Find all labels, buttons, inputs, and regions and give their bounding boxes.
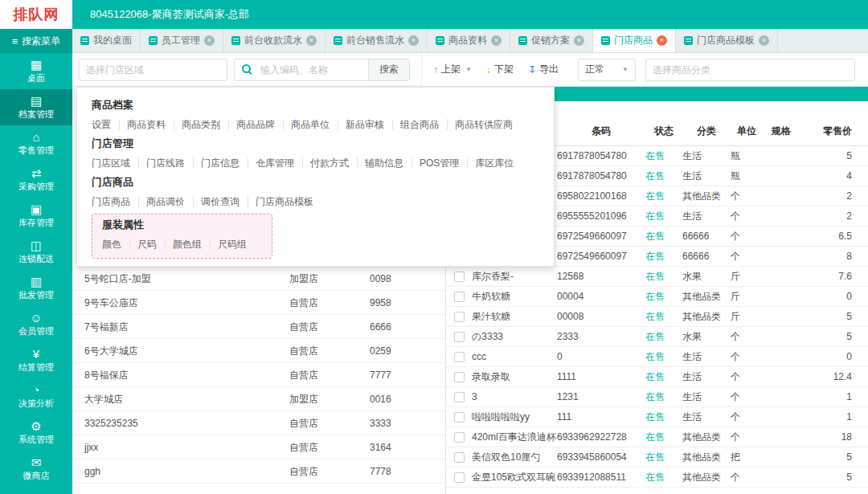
- sidebar-item[interactable]: ⌂ 零售管理: [0, 125, 72, 161]
- sidebar-item[interactable]: ☺ 会员管理: [0, 306, 72, 342]
- menu-link[interactable]: 门店线路: [146, 157, 194, 169]
- product-row[interactable]: 啦啦啦啦啦yy 111 在售 生活 个 1: [446, 407, 868, 427]
- menu-link[interactable]: 尺码: [137, 239, 166, 250]
- menu-link[interactable]: 辅助信息: [365, 157, 412, 169]
- product-row[interactable]: 果汁软糖 00008 在售 其他品类 斤 5: [446, 307, 868, 327]
- tab-close-icon[interactable]: ×: [657, 35, 667, 46]
- checkbox-cell: [446, 472, 472, 483]
- sidebar-search-menu[interactable]: ≡ 搜索菜单: [0, 29, 72, 53]
- product-row[interactable]: 录取录取 1111 在售 生活 个 12.4: [446, 367, 868, 387]
- row-checkbox[interactable]: [454, 372, 465, 382]
- menu-link[interactable]: 门店信息: [201, 157, 248, 169]
- menu-link[interactable]: 新品审核: [346, 119, 393, 130]
- store-row[interactable]: 6号大学城店 自营店 0259: [72, 339, 445, 363]
- menu-link[interactable]: 库区库位: [475, 157, 522, 169]
- menu-link[interactable]: 商品类别: [182, 119, 229, 130]
- tab-close-icon[interactable]: ×: [574, 35, 584, 46]
- product-row[interactable]: 库尔香梨- 12568 在售 水果 斤 7.6: [446, 267, 868, 287]
- tab-close-icon[interactable]: ×: [204, 35, 215, 46]
- store-name: 3325235235: [84, 411, 289, 435]
- store-row[interactable]: 5号蛇口店-加盟 加盟店 0098: [72, 267, 445, 291]
- tab[interactable]: 前台收款流水 ×: [223, 29, 326, 52]
- row-checkbox[interactable]: [454, 472, 465, 483]
- tab[interactable]: 前台销售流水 ×: [326, 29, 428, 52]
- menu-link[interactable]: 商品调价: [146, 196, 194, 207]
- menu-link[interactable]: 商品转供应商: [455, 119, 521, 130]
- product-category: 其他品类: [682, 431, 731, 444]
- store-row[interactable]: 3325235235 自营店 3333: [72, 411, 445, 435]
- search-input[interactable]: [256, 64, 368, 76]
- store-row[interactable]: ggh 自营店 7778: [72, 459, 445, 484]
- menu-link[interactable]: 门店商品模板: [256, 196, 321, 207]
- sidebar-item[interactable]: ⇄ 采购管理: [0, 161, 72, 198]
- sidebar-item[interactable]: ¥ 结算管理: [0, 342, 72, 378]
- tab-page-icon: [684, 36, 693, 45]
- row-checkbox[interactable]: [454, 332, 465, 342]
- product-row[interactable]: 牛奶软糖 00004 在售 其他品类 斤 0: [446, 287, 868, 307]
- product-unit: 瓶: [731, 169, 763, 183]
- checkbox-cell: [446, 271, 472, 282]
- export-button[interactable]: ↧ 导出: [528, 63, 559, 76]
- menu-link[interactable]: 商品单位: [291, 119, 338, 130]
- row-checkbox[interactable]: [454, 432, 465, 443]
- menu-link[interactable]: 付款方式: [310, 157, 358, 169]
- sidebar-item[interactable]: ▦ 桌面: [0, 53, 72, 89]
- menu-link[interactable]: 组合商品: [400, 119, 448, 130]
- store-row[interactable]: 大学城店 加盟店 0016: [72, 387, 445, 411]
- menu-link[interactable]: 设置: [92, 119, 120, 130]
- product-row[interactable]: ccc 0 在售 生活 个 0: [446, 347, 868, 367]
- sidebar-item[interactable]: ✉ 微商店: [0, 451, 72, 487]
- menu-link[interactable]: 调价查询: [201, 196, 248, 207]
- sidebar-item[interactable]: ◔ 决策分析: [0, 378, 72, 414]
- menu-link[interactable]: 尺码组: [218, 239, 255, 250]
- sidebar-item-label: 连锁配送: [18, 254, 54, 263]
- product-row[interactable]: 3 1231 在售 生活 个 1: [446, 387, 868, 407]
- store-row[interactable]: jjxx 自营店 3164: [72, 435, 445, 459]
- tab-close-icon[interactable]: ×: [759, 35, 769, 46]
- store-row[interactable]: 8号福保店 自营店 7777: [72, 363, 445, 387]
- menu-link[interactable]: 商品资料: [127, 119, 174, 130]
- sidebar-item[interactable]: ◫ 连锁配送: [0, 234, 72, 270]
- store-row[interactable]: 7号福新店 自营店 6666: [72, 315, 445, 339]
- sidebar-item[interactable]: ▤ 档案管理: [0, 89, 72, 125]
- category-select-input[interactable]: [645, 59, 855, 81]
- product-row[interactable]: 420ml百事达浪迪杯 6933962922728 在售 其他品类 个 18: [446, 427, 868, 447]
- menu-link[interactable]: 商品品牌: [236, 119, 284, 130]
- tab[interactable]: 促销方案 ×: [510, 29, 593, 52]
- product-row[interactable]: 金昱105欧式双耳碗 6933912088511 在售 其他品类 个 5: [446, 467, 868, 488]
- product-unit: 个: [731, 250, 763, 263]
- row-checkbox[interactable]: [454, 292, 465, 302]
- tab[interactable]: 门店商品 ×: [593, 29, 676, 52]
- tab-close-icon[interactable]: ×: [306, 35, 317, 46]
- put-on-shelf-button[interactable]: ↑ 上架 ▼: [433, 63, 472, 76]
- tab[interactable]: 员工管理 ×: [141, 29, 223, 52]
- take-off-shelf-button[interactable]: ↓ 下架: [486, 63, 514, 76]
- row-checkbox[interactable]: [454, 271, 465, 282]
- store-region-input[interactable]: [79, 59, 227, 81]
- tab-close-icon[interactable]: ×: [408, 35, 419, 46]
- menu-link[interactable]: POS管理: [420, 157, 468, 169]
- search-button[interactable]: 搜索: [368, 59, 409, 80]
- row-checkbox[interactable]: [454, 452, 465, 463]
- sidebar-item[interactable]: ▣ 库存管理: [0, 198, 72, 234]
- row-checkbox[interactable]: [454, 392, 465, 402]
- tab[interactable]: 商品资料 ×: [428, 29, 510, 52]
- tab[interactable]: 门店商品模板 ×: [676, 29, 778, 52]
- product-row[interactable]: 美信双色10厘勺 6933945860054 在售 其他品类 把 5: [446, 447, 868, 467]
- menu-link[interactable]: 颜色组: [173, 239, 211, 250]
- sidebar-item[interactable]: ▥ 批发管理: [0, 270, 72, 306]
- row-checkbox[interactable]: [454, 412, 465, 423]
- menu-link[interactable]: 门店区域: [92, 157, 139, 169]
- menu-link[interactable]: 仓库管理: [256, 157, 303, 169]
- tab[interactable]: 我的桌面: [72, 29, 141, 52]
- tab-close-icon[interactable]: ×: [491, 35, 502, 46]
- row-checkbox[interactable]: [454, 312, 465, 322]
- sidebar-item[interactable]: ⚙ 系统管理: [0, 414, 72, 451]
- product-row[interactable]: の3333 2333 在售 水果 个 5: [446, 327, 868, 347]
- status-select[interactable]: 正常 ▼: [578, 59, 636, 81]
- menu-link[interactable]: 门店商品: [92, 196, 139, 207]
- menu-link[interactable]: 颜色: [102, 239, 130, 250]
- app-logo[interactable]: 排队网: [0, 0, 72, 29]
- store-row[interactable]: 9号车公庙店 自营店 9958: [72, 291, 445, 315]
- row-checkbox[interactable]: [454, 352, 465, 362]
